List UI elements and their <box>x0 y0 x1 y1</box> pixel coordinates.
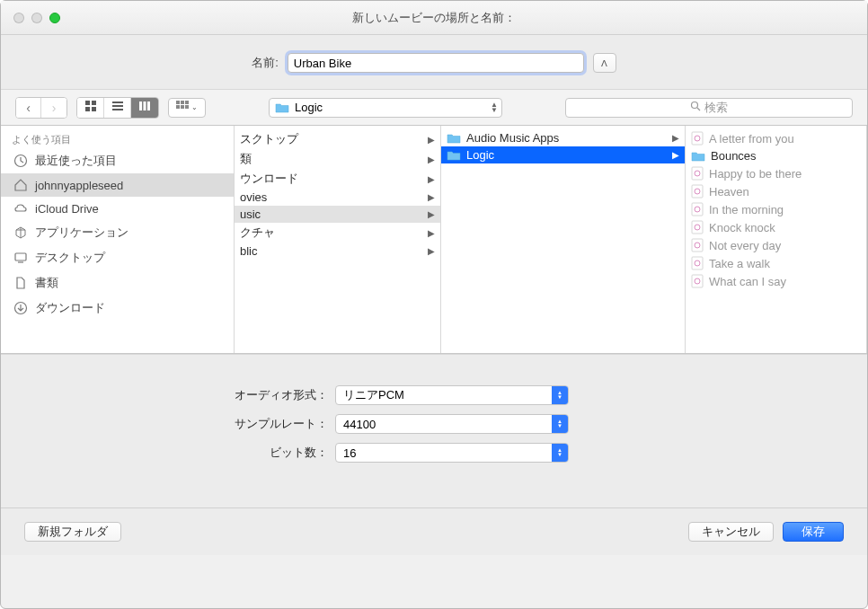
sidebar-item-app[interactable]: アプリケーション <box>1 220 234 245</box>
sidebar-item-label: iCloud Drive <box>35 202 99 216</box>
audio-file-icon <box>691 274 704 288</box>
sidebar-item-home[interactable]: johnnyappleseed <box>1 173 234 197</box>
list-item[interactable]: Bounces <box>686 147 866 164</box>
list-item[interactable]: Logic▶ <box>441 146 685 163</box>
back-button[interactable]: ‹ <box>16 98 41 118</box>
svg-rect-0 <box>85 101 90 105</box>
svg-rect-10 <box>176 101 180 104</box>
list-item[interactable]: blic▶ <box>235 243 440 260</box>
sidebar-item-cloud[interactable]: iCloud Drive <box>1 197 234 220</box>
list-item[interactable]: Take a walk <box>686 254 866 272</box>
svg-rect-11 <box>181 101 184 104</box>
sidebar: よく使う項目 最近使った項目johnnyappleseediCloud Driv… <box>1 126 235 353</box>
sidebar-item-label: 書類 <box>35 275 58 291</box>
list-item[interactable]: Audio Music Apps▶ <box>441 129 685 146</box>
window-title: 新しいムービーの場所と名前： <box>1 10 867 26</box>
sample-rate-select[interactable]: 44100 ▲▼ <box>335 414 569 434</box>
sidebar-item-label: アプリケーション <box>35 225 128 241</box>
audio-file-icon <box>691 256 704 270</box>
clock-icon <box>13 154 28 168</box>
audio-file-icon <box>691 166 704 181</box>
svg-rect-19 <box>15 253 26 260</box>
group-button[interactable]: ⌄ <box>168 98 206 118</box>
updown-icon: ▲▼ <box>552 386 568 404</box>
item-label: A letter from you <box>709 132 794 146</box>
svg-rect-8 <box>144 102 146 110</box>
sidebar-item-doc[interactable]: 書類 <box>1 270 234 296</box>
list-item[interactable]: usic▶ <box>235 206 440 223</box>
list-item[interactable]: クチャ▶ <box>235 223 440 243</box>
collapse-button[interactable]: ᐱ <box>593 53 616 73</box>
item-label: クチャ <box>240 225 275 241</box>
sidebar-item-label: johnnyappleseed <box>35 179 123 192</box>
icon-view-button[interactable] <box>77 98 104 118</box>
doc-icon <box>13 276 28 290</box>
audio-format-value: リニアPCM <box>343 387 404 403</box>
cancel-button[interactable]: キャンセル <box>688 522 774 542</box>
name-label: 名前: <box>252 55 279 71</box>
search-input[interactable]: 検索 <box>565 98 853 118</box>
list-item[interactable]: In the morning <box>686 200 866 218</box>
chevron-right-icon: ▶ <box>428 246 435 256</box>
svg-rect-28 <box>692 203 703 216</box>
svg-rect-1 <box>92 101 96 105</box>
sidebar-item-desktop[interactable]: デスクトップ <box>1 245 234 270</box>
sidebar-item-label: 最近使った項目 <box>35 153 117 169</box>
list-item[interactable]: What can I say <box>686 272 866 290</box>
svg-rect-36 <box>692 275 703 287</box>
columns-icon <box>138 100 151 115</box>
forward-button[interactable]: › <box>41 98 66 118</box>
updown-icon: ▲▼ <box>491 102 498 113</box>
name-input[interactable] <box>288 53 584 73</box>
svg-rect-30 <box>692 221 703 234</box>
sidebar-item-download[interactable]: ダウンロード <box>1 296 234 321</box>
item-label: Bounces <box>711 149 757 163</box>
cloud-icon <box>13 201 28 216</box>
audio-file-icon <box>691 184 704 199</box>
chevron-right-icon: ▶ <box>428 174 435 184</box>
list-item[interactable]: Not every day <box>686 236 866 254</box>
list-item[interactable]: Heaven <box>686 182 866 200</box>
column-view-button[interactable] <box>131 98 158 118</box>
chevron-left-icon: ‹ <box>26 101 31 115</box>
item-label: ウンロード <box>240 171 298 187</box>
list-item[interactable]: 類▶ <box>235 149 440 169</box>
chevron-up-icon: ᐱ <box>601 58 607 68</box>
bit-depth-select[interactable]: 16 ▲▼ <box>335 443 569 463</box>
item-label: ovies <box>240 190 267 204</box>
svg-rect-32 <box>692 239 703 252</box>
bit-depth-value: 16 <box>343 446 356 460</box>
chevron-right-icon: › <box>52 101 57 115</box>
file-browser: よく使う項目 最近使った項目johnnyappleseediCloud Driv… <box>1 126 867 354</box>
path-popup[interactable]: Logic ▲▼ <box>269 98 502 118</box>
new-folder-button[interactable]: 新規フォルダ <box>24 522 121 542</box>
list-item[interactable]: A letter from you <box>686 129 866 147</box>
list-view-button[interactable] <box>104 98 131 118</box>
audio-file-icon <box>691 220 704 234</box>
list-item[interactable]: Happy to be there <box>686 164 866 182</box>
list-item[interactable]: Knock knock <box>686 218 866 236</box>
audio-file-icon <box>691 202 704 216</box>
folder-icon <box>447 132 461 145</box>
svg-point-16 <box>692 102 698 109</box>
list-item[interactable]: ウンロード▶ <box>235 169 440 189</box>
svg-rect-24 <box>692 167 703 180</box>
list-item[interactable]: スクトップ▶ <box>235 129 440 149</box>
svg-rect-7 <box>139 102 142 110</box>
audio-format-select[interactable]: リニアPCM ▲▼ <box>335 385 569 405</box>
item-label: Take a walk <box>709 257 770 270</box>
svg-rect-9 <box>147 102 150 110</box>
app-icon <box>13 225 28 240</box>
sidebar-item-clock[interactable]: 最近使った項目 <box>1 148 234 173</box>
svg-rect-13 <box>176 105 180 109</box>
item-label: Logic <box>466 148 494 162</box>
save-button[interactable]: 保存 <box>783 522 844 542</box>
item-label: blic <box>240 244 258 258</box>
svg-rect-14 <box>181 105 184 109</box>
search-placeholder: 検索 <box>704 100 728 116</box>
item-label: usic <box>240 207 261 221</box>
path-label: Logic <box>295 101 323 114</box>
toolbar: ‹ › ⌄ Logic ▲▼ 検索 <box>1 90 867 126</box>
item-label: 類 <box>240 151 252 167</box>
list-item[interactable]: ovies▶ <box>235 189 440 206</box>
